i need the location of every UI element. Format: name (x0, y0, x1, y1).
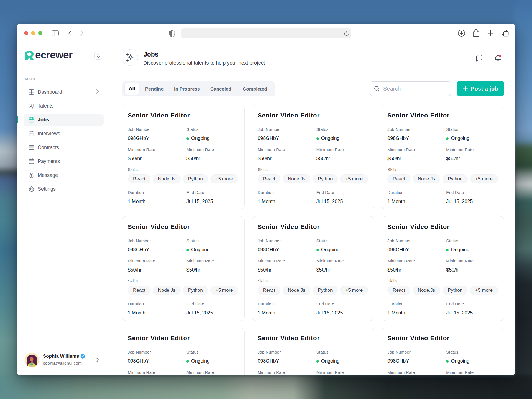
svg-text:ecrewer: ecrewer (35, 49, 73, 61)
svg-text:1: 1 (31, 175, 32, 177)
